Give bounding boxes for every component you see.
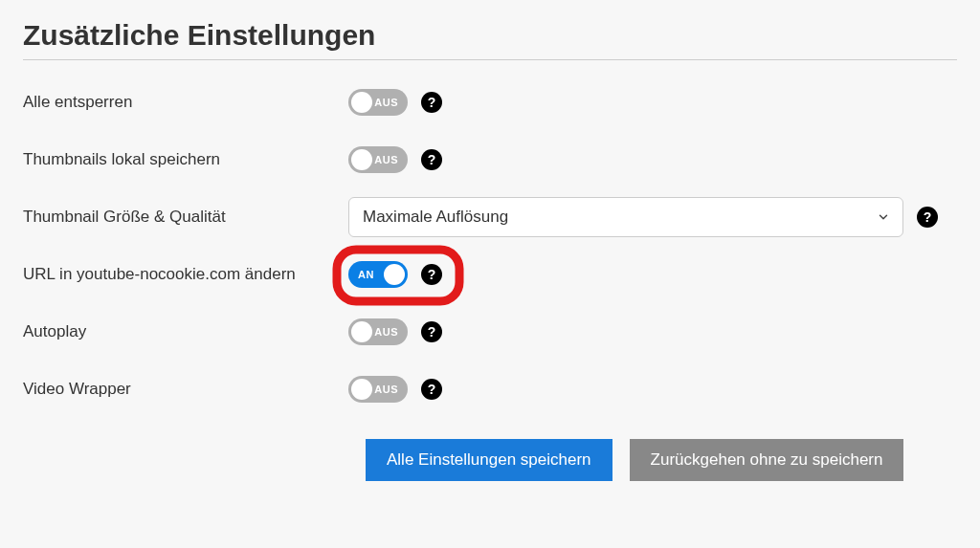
row-autoplay: Autoplay AUS ? (23, 311, 957, 353)
label-thumb-size: Thumbnail Größe & Qualität (23, 208, 348, 227)
label-unlock-all: Alle entsperren (23, 93, 348, 112)
label-autoplay: Autoplay (23, 322, 348, 341)
label-wrapper: Video Wrapper (23, 380, 348, 399)
row-unlock-all: Alle entsperren AUS ? (23, 81, 957, 123)
toggle-thumb-local[interactable]: AUS (348, 146, 408, 173)
toggle-autoplay[interactable]: AUS (348, 318, 408, 345)
toggle-label-off: AUS (374, 154, 398, 165)
label-thumb-local: Thumbnails lokal speichern (23, 150, 348, 169)
help-icon[interactable]: ? (421, 321, 442, 342)
row-wrapper: Video Wrapper AUS ? (23, 368, 957, 410)
help-icon[interactable]: ? (421, 92, 442, 113)
toggle-label-off: AUS (374, 326, 398, 338)
toggle-unlock-all[interactable]: AUS (348, 89, 408, 116)
label-nocookie: URL in youtube-nocookie.com ändern (23, 265, 348, 284)
toggle-nocookie[interactable]: AN (348, 261, 408, 288)
toggle-label-off: AUS (374, 97, 398, 108)
button-row: Alle Einstellungen speichern Zurückgehen… (366, 439, 957, 481)
help-icon[interactable]: ? (421, 264, 442, 285)
help-icon[interactable]: ? (421, 379, 442, 400)
row-thumb-local: Thumbnails lokal speichern AUS ? (23, 139, 957, 181)
toggle-label-on: AN (358, 269, 374, 280)
select-thumb-size[interactable]: Maximale Auflösung (348, 197, 903, 237)
toggle-label-off: AUS (374, 384, 398, 395)
help-icon[interactable]: ? (917, 207, 938, 228)
save-button[interactable]: Alle Einstellungen speichern (366, 439, 612, 481)
row-thumb-size: Thumbnail Größe & Qualität Maximale Aufl… (23, 196, 957, 238)
help-icon[interactable]: ? (421, 149, 442, 170)
toggle-wrapper[interactable]: AUS (348, 376, 408, 403)
page-title: Zusätzliche Einstellungen (23, 19, 957, 60)
cancel-button[interactable]: Zurückgehen ohne zu speichern (630, 439, 904, 481)
row-nocookie: URL in youtube-nocookie.com ändern AN ? (23, 253, 957, 296)
